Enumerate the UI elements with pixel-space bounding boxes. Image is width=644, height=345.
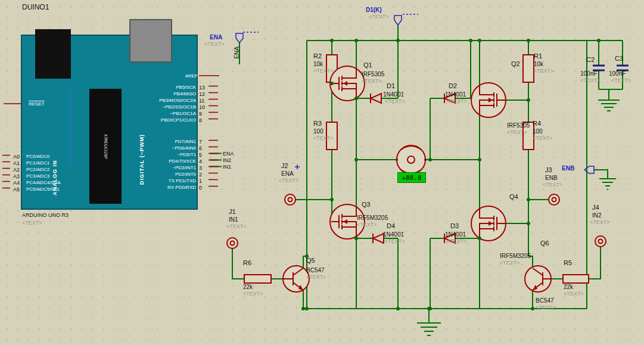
j3-value-label[interactable]: ENB [545,175,558,181]
q4-value-label[interactable]: IRF5M3205 [500,253,531,259]
r5-ref-label[interactable]: R5 [564,259,572,266]
r2-value-label[interactable]: 10k [313,61,323,67]
ground-capacitors[interactable] [417,309,441,335]
j3-ref-label[interactable]: J3 [545,166,552,173]
pin-number[interactable]: A0 [13,154,23,160]
wire-net-label[interactable]: ENA [223,151,234,157]
arduino-ref-label[interactable]: DUINO1 [22,4,49,11]
pin-number[interactable]: 9 [199,111,207,117]
d2-ref-label[interactable]: D2 [449,82,457,89]
q5-ref-label[interactable]: Q5 [306,257,315,264]
c2-value-label[interactable]: 100nF [580,70,597,77]
c3-ref-label[interactable]: C3 [615,55,623,62]
q3-ref-label[interactable]: Q3 [362,201,371,208]
enb-net-label[interactable]: ENB [562,165,574,172]
j2-ref-label[interactable]: J2 [281,162,288,169]
j4-value-label[interactable]: IN2 [592,212,602,219]
enb-terminal[interactable] [584,166,594,173]
d3-ref-label[interactable]: D3 [450,222,459,229]
d1k-terminal[interactable] [394,14,418,25]
gate-wires[interactable] [506,100,528,223]
q1-ref-label[interactable]: Q1 [363,61,372,69]
enb-terminal-wire[interactable] [594,170,608,179]
d4-value-label[interactable]: 1N4001 [383,231,404,238]
transistor-q6[interactable] [525,266,551,292]
j2-value-label[interactable]: ENA [281,170,294,177]
j1-ref-label[interactable]: J1 [229,208,236,215]
ground-bottom[interactable] [598,100,620,111]
pin-number[interactable]: A3 [13,173,23,179]
c2-ref-label[interactable]: C2 [586,56,595,63]
pin-number[interactable]: 8 [199,117,207,123]
r4-value-label[interactable]: 100 [533,128,543,135]
pin-number[interactable]: 3 [199,165,207,171]
ground-enb[interactable] [599,179,616,189]
pin-number[interactable]: A2 [13,167,23,173]
connector-j3[interactable] [549,194,559,205]
q6-ref-label[interactable]: Q6 [540,240,549,247]
capacitor-c3[interactable] [617,66,629,70]
connector-j4[interactable] [595,236,606,247]
arduino-part-name[interactable]: ARDUINO UNO R3 [22,213,69,219]
pin-number[interactable]: A1 [13,160,23,166]
j4-ref-label[interactable]: J4 [592,204,599,211]
pin-number[interactable]: A5 [13,187,23,192]
pin-number[interactable]: A4 [13,180,23,186]
pin-number[interactable]: 11 [199,98,207,104]
diode-d4[interactable] [373,234,384,243]
diode-d1[interactable] [371,94,381,103]
r2-ref-label[interactable]: R2 [313,52,322,60]
r3-value-label[interactable]: 100 [313,128,323,135]
q2-ref-label[interactable]: Q2 [511,60,520,67]
resistor-r5[interactable] [563,275,589,283]
mosfet-q1[interactable] [330,66,365,101]
d3-value-label[interactable]: 1N4001 [445,231,466,238]
r5-value-label[interactable]: 22k [564,284,573,290]
mosfet-q4[interactable] [471,206,506,241]
connector-j1[interactable] [227,238,238,248]
ena-terminal[interactable] [236,32,259,43]
pin-number[interactable]: 1 [199,178,207,184]
r4-ref-label[interactable]: R4 [533,120,541,127]
d3-wires[interactable] [430,238,480,309]
arduino-uno-component[interactable]: ATMEGA328P www.microcontrolandos.blogspo… [21,35,198,210]
transistor-q5[interactable] [283,266,309,292]
d4-wires[interactable] [356,238,398,309]
d1k-net-label[interactable]: D1(K) [366,7,382,13]
ena-net-label[interactable]: ENA [210,34,222,41]
d1-value-label[interactable]: 1N4001 [383,91,404,98]
pin-number[interactable]: 4 [199,158,207,164]
q4-ref-label[interactable]: Q4 [509,193,518,200]
r1-value-label[interactable]: 10k [534,61,543,67]
schematic-canvas[interactable]: ATMEGA328P www.microcontrolandos.blogspo… [0,0,644,345]
j1-value-label[interactable]: IN1 [229,216,238,223]
r3-ref-label[interactable]: R3 [313,120,322,127]
r6-ref-label[interactable]: R6 [243,259,251,266]
resistor-r6[interactable] [244,275,271,283]
pin-number[interactable]: 2 [199,172,207,178]
d4-ref-label[interactable]: D4 [387,222,395,229]
q2-value-label[interactable]: IRF5305 [507,122,530,129]
pin-number[interactable]: 0 [199,185,207,191]
q3-value-label[interactable]: IRF5M3205 [357,215,388,221]
pin-number[interactable]: 10 [199,104,207,110]
capacitor-c2[interactable] [593,66,605,70]
pin-number[interactable]: 6 [199,145,207,151]
dc-motor[interactable] [396,145,427,174]
connector-j2[interactable] [285,194,295,205]
pin-number[interactable]: 12 [199,91,207,97]
c3-value-label[interactable]: 100nF [609,70,626,77]
q1-value-label[interactable]: IRF5305 [362,71,384,77]
d2-value-label[interactable]: 1N4001 [445,91,466,98]
r1-ref-label[interactable]: R1 [534,52,542,60]
wire-net-label[interactable]: IN2 [223,157,231,163]
r6-value-label[interactable]: 22k [243,284,253,290]
q5-value-label[interactable]: BC547 [306,267,325,273]
wire-net-label[interactable]: IN1 [223,164,231,170]
mosfet-q2[interactable] [471,83,506,117]
pin-number[interactable]: 5 [199,152,207,158]
pin-number[interactable]: 7 [199,139,207,145]
pin-number[interactable]: 13 [199,85,207,91]
d1-ref-label[interactable]: D1 [387,82,395,89]
q6-value-label[interactable]: BC547 [536,297,554,304]
